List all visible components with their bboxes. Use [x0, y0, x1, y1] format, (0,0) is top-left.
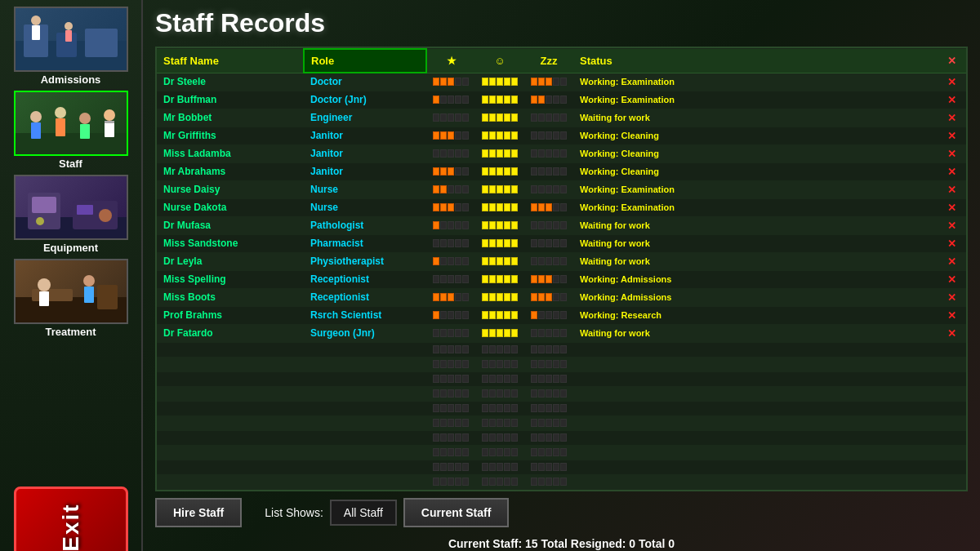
staff-role: Physiotherapist: [304, 252, 426, 270]
dismiss-icon[interactable]: ✕: [947, 94, 956, 106]
col-header-dismiss[interactable]: ✕: [938, 49, 966, 73]
staff-status: Working: Cleaning: [573, 127, 938, 144]
dismiss-icon[interactable]: ✕: [947, 220, 956, 232]
hire-staff-button[interactable]: Hire Staff: [155, 498, 242, 527]
dismiss-cell[interactable]: ✕: [938, 109, 966, 127]
staff-name[interactable]: Mr Bobbet: [157, 109, 304, 127]
staff-name[interactable]: Dr Fatardo: [157, 324, 304, 342]
dismiss-icon[interactable]: ✕: [947, 291, 956, 304]
sidebar-item-treatment[interactable]: Treatment: [10, 259, 132, 338]
dismiss-cell[interactable]: ✕: [938, 306, 966, 324]
col-header-happy[interactable]: ☺: [475, 49, 524, 73]
zzz-bar: [524, 306, 573, 324]
dismiss-icon[interactable]: ✕: [947, 112, 956, 124]
empty-row: [157, 401, 966, 415]
dismiss-cell[interactable]: ✕: [938, 270, 966, 288]
staff-name[interactable]: Mr Griffiths: [157, 127, 304, 144]
zzz-bar: [524, 144, 573, 162]
staff-status: Waiting for work: [573, 324, 938, 342]
empty-row: [157, 386, 966, 401]
dismiss-icon[interactable]: ✕: [947, 309, 956, 322]
staff-name[interactable]: Prof Brahms: [157, 306, 304, 324]
dismiss-cell[interactable]: ✕: [938, 162, 966, 180]
dismiss-cell[interactable]: ✕: [938, 91, 966, 109]
staff-status: Waiting for work: [573, 216, 938, 234]
dismiss-icon[interactable]: ✕: [947, 76, 956, 88]
sidebar-item-admissions[interactable]: Admissions: [10, 7, 132, 86]
svg-rect-23: [77, 205, 93, 215]
dismiss-cell[interactable]: ✕: [938, 180, 966, 198]
happy-bar: [475, 144, 524, 162]
staff-name[interactable]: Miss Sandstone: [157, 234, 304, 252]
dismiss-cell[interactable]: ✕: [938, 288, 966, 306]
happy-bar: [475, 162, 524, 180]
staff-name[interactable]: Miss Boots: [157, 288, 304, 306]
dismiss-cell[interactable]: ✕: [938, 127, 966, 144]
staff-name[interactable]: Mr Abrahams: [157, 162, 304, 180]
zzz-bar: [524, 162, 573, 180]
dismiss-icon[interactable]: ✕: [947, 130, 956, 142]
exit-button[interactable]: Exit: [14, 487, 128, 552]
stats-row: Current Staff: 15 Total Resigned: 0 Tota…: [155, 534, 968, 552]
staff-status: Waiting for work: [573, 109, 938, 127]
staff-name[interactable]: Dr Leyla: [157, 252, 304, 270]
svg-point-13: [79, 113, 91, 124]
table-row: Mr Bobbet Engineer Waiting for work ✕: [157, 109, 966, 127]
dismiss-icon[interactable]: ✕: [947, 166, 956, 178]
staff-role: Pathologist: [304, 216, 426, 234]
dismiss-cell[interactable]: ✕: [938, 73, 966, 91]
dismiss-icon[interactable]: ✕: [947, 202, 956, 214]
dismiss-cell[interactable]: ✕: [938, 324, 966, 342]
svg-point-6: [65, 22, 73, 30]
svg-rect-17: [105, 121, 114, 123]
col-header-zzz[interactable]: Zzz: [524, 49, 573, 73]
staff-role: Doctor (Jnr): [304, 91, 426, 109]
sidebar-item-staff[interactable]: Staff: [10, 91, 132, 170]
staff-name[interactable]: Nurse Daisy: [157, 180, 304, 198]
dismiss-cell[interactable]: ✕: [938, 216, 966, 234]
dismiss-cell[interactable]: ✕: [938, 234, 966, 252]
dismiss-icon[interactable]: ✕: [947, 273, 956, 286]
star-bar: [426, 109, 475, 127]
dismiss-icon[interactable]: ✕: [947, 184, 956, 196]
staff-name[interactable]: Nurse Dakota: [157, 198, 304, 216]
empty-row: [157, 445, 966, 460]
sidebar-item-equipment[interactable]: Equipment: [10, 175, 132, 254]
empty-row: [157, 342, 966, 357]
col-header-name[interactable]: Staff Name: [157, 49, 304, 73]
current-staff-button[interactable]: Current Staff: [403, 498, 510, 527]
dismiss-icon[interactable]: ✕: [947, 327, 956, 340]
empty-row: [157, 430, 966, 445]
staff-name[interactable]: Miss Ladamba: [157, 144, 304, 162]
table-scroll[interactable]: Staff Name Role ★ ☺ Zzz Status ✕ Dr Stee…: [157, 48, 966, 490]
staff-role: Doctor: [304, 73, 426, 91]
staff-status: Working: Examination: [573, 198, 938, 216]
staff-name[interactable]: Miss Spelling: [157, 270, 304, 288]
staff-name[interactable]: Dr Steele: [157, 73, 304, 91]
col-header-star[interactable]: ★: [426, 49, 475, 73]
table-row: Nurse Dakota Nurse Working: Examination …: [157, 198, 966, 216]
star-bar: [426, 306, 475, 324]
table-row: Miss Sandstone Pharmacist Waiting for wo…: [157, 234, 966, 252]
staff-status: Working: Examination: [573, 91, 938, 109]
dismiss-cell[interactable]: ✕: [938, 198, 966, 216]
svg-point-15: [104, 109, 115, 121]
svg-point-24: [99, 209, 112, 222]
svg-point-9: [30, 111, 42, 122]
dismiss-cell[interactable]: ✕: [938, 144, 966, 162]
col-header-role[interactable]: Role: [304, 49, 426, 73]
happy-bar: [475, 324, 524, 342]
dismiss-icon[interactable]: ✕: [947, 148, 956, 160]
col-header-status[interactable]: Status: [573, 49, 938, 73]
table-row: Dr Leyla Physiotherapist Waiting for wor…: [157, 252, 966, 270]
svg-point-11: [55, 107, 66, 118]
staff-name[interactable]: Dr Buffman: [157, 91, 304, 109]
dismiss-icon[interactable]: ✕: [947, 256, 956, 268]
table-row: Miss Ladamba Janitor Working: Cleaning ✕: [157, 144, 966, 162]
staff-role: Engineer: [304, 109, 426, 127]
zzz-bar: [524, 180, 573, 198]
dismiss-cell[interactable]: ✕: [938, 252, 966, 270]
happy-bar: [475, 91, 524, 109]
staff-name[interactable]: Dr Mufasa: [157, 216, 304, 234]
dismiss-icon[interactable]: ✕: [947, 238, 956, 250]
